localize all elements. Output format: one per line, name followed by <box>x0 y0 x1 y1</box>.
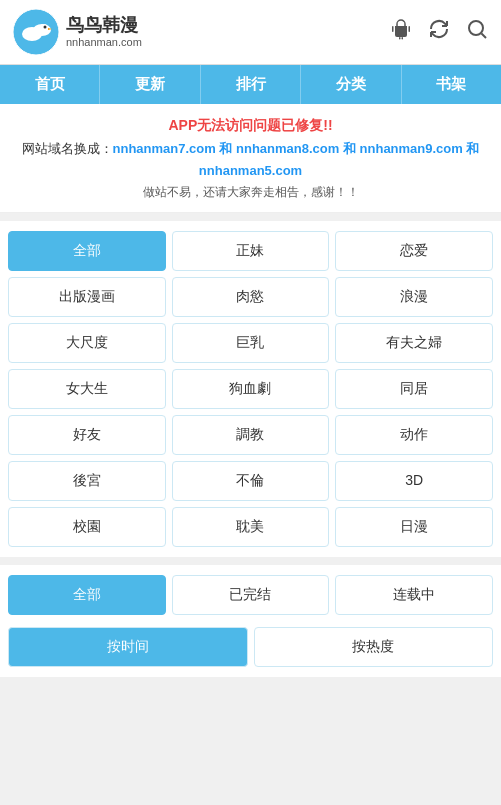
status-section: 全部已完结连载中 <box>0 565 501 621</box>
genre-btn-12[interactable]: 好友 <box>8 415 166 455</box>
status-grid: 全部已完结连载中 <box>8 575 493 615</box>
announcement-banner: APP无法访问问题已修复!! 网站域名换成：nnhanman7.com 和 nn… <box>0 104 501 213</box>
sort-btn-1[interactable]: 按热度 <box>254 627 494 667</box>
genre-btn-15[interactable]: 後宮 <box>8 461 166 501</box>
announcement-title: APP无法访问问题已修复!! <box>14 114 487 138</box>
search-icon[interactable] <box>465 17 489 47</box>
sort-grid: 按时间按热度 <box>8 627 493 667</box>
header-icons <box>389 17 489 47</box>
genre-btn-11[interactable]: 同居 <box>335 369 493 409</box>
genre-btn-16[interactable]: 不倫 <box>172 461 330 501</box>
genre-btn-14[interactable]: 动作 <box>335 415 493 455</box>
refresh-icon[interactable] <box>427 17 451 47</box>
genre-btn-18[interactable]: 校園 <box>8 507 166 547</box>
nav-shelf[interactable]: 书架 <box>402 65 501 104</box>
svg-rect-6 <box>399 37 401 40</box>
genre-btn-13[interactable]: 調教 <box>172 415 330 455</box>
logo-domain: nnhanman.com <box>66 36 142 49</box>
genre-btn-6[interactable]: 大尺度 <box>8 323 166 363</box>
genre-btn-9[interactable]: 女大生 <box>8 369 166 409</box>
logo-bird-icon <box>12 8 60 56</box>
announcement-note: 做站不易，还请大家奔走相告，感谢！！ <box>14 182 487 202</box>
logo-title: 鸟鸟韩漫 <box>66 15 142 37</box>
svg-point-12 <box>469 21 483 35</box>
genre-grid: 全部正妹恋爱出版漫画肉慾浪漫大尺度巨乳有夫之婦女大生狗血劇同居好友調教动作後宮不… <box>8 231 493 547</box>
header: 鸟鸟韩漫 nnhanman.com <box>0 0 501 65</box>
logo-area: 鸟鸟韩漫 nnhanman.com <box>12 8 142 56</box>
announcement-domains: nnhanman7.com 和 nnhanman8.com 和 nnhanman… <box>113 141 480 178</box>
genre-btn-4[interactable]: 肉慾 <box>172 277 330 317</box>
genre-btn-8[interactable]: 有夫之婦 <box>335 323 493 363</box>
genre-btn-0[interactable]: 全部 <box>8 231 166 271</box>
announcement-body: 网站域名换成：nnhanman7.com 和 nnhanman8.com 和 n… <box>14 138 487 182</box>
svg-point-10 <box>398 22 400 24</box>
status-btn-2[interactable]: 连载中 <box>335 575 493 615</box>
genre-btn-10[interactable]: 狗血劇 <box>172 369 330 409</box>
bottom-space <box>0 677 501 697</box>
nav-categories[interactable]: 分类 <box>301 65 401 104</box>
status-btn-1[interactable]: 已完结 <box>172 575 330 615</box>
svg-rect-8 <box>392 26 394 32</box>
nav-home[interactable]: 首页 <box>0 65 100 104</box>
status-btn-0[interactable]: 全部 <box>8 575 166 615</box>
svg-rect-9 <box>409 26 411 32</box>
genre-section: 全部正妹恋爱出版漫画肉慾浪漫大尺度巨乳有夫之婦女大生狗血劇同居好友調教动作後宮不… <box>0 221 501 557</box>
logo-text: 鸟鸟韩漫 nnhanman.com <box>66 15 142 50</box>
nav-updates[interactable]: 更新 <box>100 65 200 104</box>
nav-ranking[interactable]: 排行 <box>201 65 301 104</box>
sort-section: 按时间按热度 <box>0 621 501 677</box>
main-nav: 首页 更新 排行 分类 书架 <box>0 65 501 104</box>
svg-line-13 <box>482 34 487 39</box>
divider-2 <box>0 557 501 565</box>
android-icon[interactable] <box>389 17 413 47</box>
announcement-prefix: 网站域名换成： <box>22 141 113 156</box>
genre-btn-5[interactable]: 浪漫 <box>335 277 493 317</box>
genre-btn-3[interactable]: 出版漫画 <box>8 277 166 317</box>
genre-btn-1[interactable]: 正妹 <box>172 231 330 271</box>
genre-btn-17[interactable]: 3D <box>335 461 493 501</box>
svg-point-11 <box>403 22 405 24</box>
genre-btn-2[interactable]: 恋爱 <box>335 231 493 271</box>
svg-rect-7 <box>402 37 404 40</box>
genre-btn-20[interactable]: 日漫 <box>335 507 493 547</box>
sort-btn-0[interactable]: 按时间 <box>8 627 248 667</box>
svg-point-4 <box>44 26 47 29</box>
divider-1 <box>0 213 501 221</box>
genre-btn-19[interactable]: 耽美 <box>172 507 330 547</box>
genre-btn-7[interactable]: 巨乳 <box>172 323 330 363</box>
